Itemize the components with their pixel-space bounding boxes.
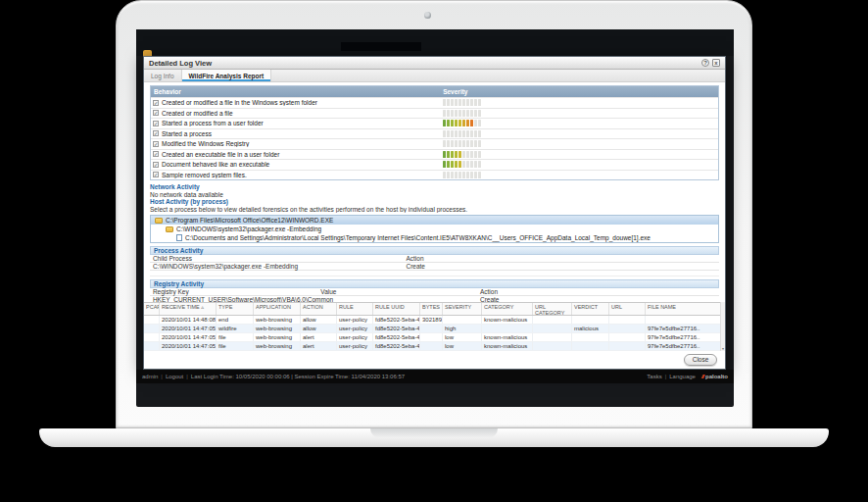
severity-segment xyxy=(478,110,481,117)
behavior-row-left: ✓Started a process from a user folder xyxy=(151,120,443,126)
obscured-nav-tab xyxy=(341,42,421,51)
webcam-icon xyxy=(424,12,431,19)
log-table-cell: 2020/10/01 14:47:05 xyxy=(160,333,217,341)
severity-segment xyxy=(466,140,469,147)
close-icon[interactable]: x xyxy=(712,59,720,67)
tab-log-info[interactable]: Log Info xyxy=(144,70,182,81)
behavior-checkbox[interactable]: ✓ xyxy=(153,100,159,106)
severity-segment xyxy=(451,120,454,126)
statusbar-separator: | xyxy=(186,374,188,379)
logout-link[interactable]: Logout xyxy=(166,374,183,379)
dialog-content: Behavior Severity ✓Created or modified a… xyxy=(144,82,725,302)
detailed-log-view-dialog: Detailed Log View ? x Log InfoWildFire A… xyxy=(143,56,726,370)
log-column-header[interactable]: FILE NAME xyxy=(646,303,722,315)
behavior-row: ✓Document behaved like an executable xyxy=(151,159,718,170)
severity-segment xyxy=(443,151,446,158)
behavior-checkbox[interactable]: ✓ xyxy=(153,172,159,177)
severity-segment xyxy=(447,99,450,106)
behavior-checkbox[interactable]: ✓ xyxy=(153,151,159,157)
log-table-cell xyxy=(420,342,443,350)
severity-segment xyxy=(451,130,454,137)
log-table-cell: known-malicious xyxy=(482,316,533,324)
log-table-cell: 2020/10/01 14:48:08 xyxy=(160,316,217,324)
severity-segment xyxy=(455,161,458,168)
behavior-row-left: ✓Created or modified a file xyxy=(151,110,443,117)
severity-segment xyxy=(443,140,446,147)
severity-segment xyxy=(462,130,465,137)
log-column-header[interactable]: SEVERITY xyxy=(443,303,482,315)
process-tree-row[interactable]: C:\WINDOWS\system32\packager.exe -Embedd… xyxy=(151,225,718,233)
severity-segment xyxy=(470,130,473,137)
behavior-checkbox[interactable]: ✓ xyxy=(153,162,159,168)
behavior-label: Started a process xyxy=(162,130,212,137)
severity-segment xyxy=(466,161,469,168)
log-table-cell xyxy=(144,325,160,332)
log-table-scrollbar[interactable]: ▾ xyxy=(720,302,725,351)
severity-segment xyxy=(458,161,461,168)
severity-column-header: Severity xyxy=(443,88,467,95)
log-table-row[interactable]: 2020/10/01 14:47:05fileweb-browsingalert… xyxy=(144,333,725,342)
process-tree-row[interactable]: C:\Documents and Settings\Administrator\… xyxy=(151,233,718,242)
severity-segment xyxy=(455,151,458,158)
severity-segment xyxy=(462,140,465,147)
log-table-cell: 2020/10/01 14:47:05 xyxy=(160,342,217,350)
behavior-checkbox[interactable]: ✓ xyxy=(153,121,159,126)
severity-segment xyxy=(474,161,477,168)
laptop-lid-notch xyxy=(370,428,498,438)
close-button[interactable]: Close xyxy=(684,354,717,366)
log-column-header[interactable]: ACTION xyxy=(301,303,337,315)
language-link[interactable]: Language xyxy=(669,374,696,379)
statusbar-separator: | xyxy=(161,374,163,379)
behavior-checkbox[interactable]: ✓ xyxy=(153,130,159,136)
log-column-header[interactable]: VERDICT xyxy=(572,303,609,315)
behavior-row-left: ✓Created or modified a file in the Windo… xyxy=(151,99,443,106)
behavior-checkbox[interactable]: ✓ xyxy=(153,110,159,116)
log-table-row[interactable]: 2020/10/01 14:47:05fileweb-browsingalert… xyxy=(144,342,725,351)
host-activity-title: Host Activity (by process) xyxy=(150,198,719,206)
log-column-header[interactable]: CATEGORY xyxy=(482,303,533,315)
log-table-cell xyxy=(420,333,443,341)
tasks-link[interactable]: Tasks xyxy=(647,374,661,379)
behavior-label: Modified the Windows Registry xyxy=(162,140,249,147)
process-activity-row[interactable]: C:\WINDOWS\system32\packager.exe -Embedd… xyxy=(150,263,719,271)
log-table-cell xyxy=(609,342,646,350)
process-path: C:\WINDOWS\system32\packager.exe -Embedd… xyxy=(176,226,321,232)
severity-segment xyxy=(458,110,461,117)
process-path: C:\Documents and Settings\Administrator\… xyxy=(185,234,651,241)
log-column-header[interactable]: RECEIVE TIME ▵ xyxy=(160,303,217,315)
behavior-checkbox[interactable]: ✓ xyxy=(153,141,159,147)
severity-segment xyxy=(470,110,473,117)
severity-bars xyxy=(443,151,482,158)
log-column-header[interactable]: PCAP xyxy=(144,303,160,315)
severity-bars xyxy=(443,161,482,168)
log-table-row[interactable]: 2020/10/01 14:48:08endweb-browsingallowu… xyxy=(144,316,725,325)
log-table-header-row: PCAPRECEIVE TIME ▵TYPEAPPLICATIONACTIONR… xyxy=(144,302,725,316)
log-table-cell: file xyxy=(217,333,254,341)
behavior-row-left: ✓Started a process xyxy=(151,130,443,137)
log-column-header[interactable]: RULE UUID xyxy=(373,303,420,315)
log-table-cell: end xyxy=(217,316,254,324)
scroll-down-icon[interactable]: ▾ xyxy=(721,346,725,351)
severity-segment xyxy=(474,140,477,147)
log-column-header[interactable]: BYTES xyxy=(420,303,443,315)
severity-segment xyxy=(455,140,458,147)
help-icon[interactable]: ? xyxy=(701,59,709,67)
process-tree-row[interactable]: C:\Program Files\Microsoft Office\Office… xyxy=(151,216,718,225)
log-column-header[interactable]: APPLICATION xyxy=(254,303,301,315)
behavior-row: ✓Created or modified a file in the Windo… xyxy=(151,97,718,108)
behavior-row: ✓Modified the Windows Registry xyxy=(151,138,718,149)
log-column-header[interactable]: TYPE xyxy=(217,303,254,315)
severity-segment xyxy=(455,130,458,137)
log-column-header[interactable]: URL CATEGORY LIST xyxy=(533,303,572,315)
log-table-cell xyxy=(609,316,646,324)
laptop-base xyxy=(39,428,829,447)
log-column-header[interactable]: URL xyxy=(609,303,646,315)
tab-wildfire-analysis-report[interactable]: WildFire Analysis Report xyxy=(182,70,272,81)
log-table-cell: wildfire xyxy=(217,325,254,332)
log-table-cell xyxy=(533,316,572,324)
behavior-row: ✓Started a process xyxy=(151,128,718,139)
log-column-header[interactable]: RULE xyxy=(337,303,373,315)
severity-segment xyxy=(478,99,481,106)
severity-segment xyxy=(470,99,473,106)
log-table-row[interactable]: 2020/10/01 14:47:05wildfireweb-browsinga… xyxy=(144,325,725,333)
